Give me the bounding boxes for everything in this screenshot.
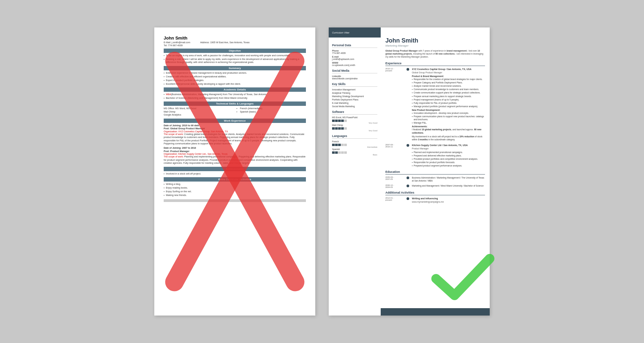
- skill-item-1: Innovation Management: [332, 88, 377, 91]
- email-label: E-mail: [332, 56, 377, 58]
- linkedin-label: LinkedIn: [332, 75, 377, 77]
- left-acad-2: Bachelor of Science (Marketing and Manag…: [164, 96, 306, 99]
- lang-french: French: [332, 140, 377, 143]
- edu-1-content: Business Administration / Marketing Mana…: [412, 176, 485, 182]
- left-work-2-joining: Date of Joining: 2007 to 2010: [164, 146, 306, 149]
- left-technical-header: Technical Skills & Languages: [164, 101, 306, 106]
- bar-block-empty: [344, 120, 347, 122]
- exp-2-b5: Prepared product segment performance ana…: [412, 164, 485, 167]
- skill-item-4: Portfolio Deployment Plans: [332, 98, 377, 101]
- bar-block-empty: [338, 151, 341, 154]
- exp-1-role: Global Group Product Manager: [412, 71, 485, 74]
- add-1-detail: www.mymarketingcampaigns.me: [412, 200, 485, 203]
- bar-block: [332, 151, 335, 154]
- left-ach-1: Involved in a stock sell-off project.: [164, 172, 306, 175]
- exp-1-subsec3: Achievements:: [412, 125, 485, 128]
- exp-1-dates: 2010-12 -present: [385, 68, 404, 142]
- bar-block: [338, 127, 341, 130]
- right-resume-container: Curriculum Vitae Personal Data Phone 774…: [329, 27, 490, 316]
- exp-1-content: XYZ Cosmetics Capital Group / San Antoni…: [412, 68, 485, 142]
- bar-block-empty: [344, 144, 347, 146]
- left-skills-cols: MS Office: MS Word, MS Excel Mail Chimp …: [164, 107, 306, 116]
- left-work-2-scope: Planning and implementing promotional ca…: [164, 155, 306, 164]
- sidebar-content: Personal Data Phone 774-987-4009 E-mail …: [329, 38, 381, 159]
- exp-1-subsec2: New Product Development:: [412, 109, 485, 112]
- exp-entry-1: 2010-12 -present XYZ Cosmetics Capital G…: [385, 68, 485, 142]
- left-sum-1: Extensive experience in brand management…: [164, 71, 306, 74]
- left-work-header: Work Experience: [164, 119, 306, 123]
- left-extra-4: Making new friends.: [164, 194, 306, 197]
- software-mc: Mail Chimp: [332, 124, 377, 126]
- email-value: j.smith@uptowork.com: [332, 58, 377, 60]
- skill-2: Mail Chimp: [164, 110, 233, 113]
- add-1-title: Writing and Influencing: [412, 197, 485, 200]
- skill-1: MS Office: MS Word, MS Excel: [164, 107, 233, 110]
- left-work-1-joining: Date of Joining: 2010 to till date: [164, 124, 306, 127]
- left-summary-header: Summary: [164, 66, 306, 70]
- left-work-entry-1: Date of Joining: 2010 to till date Post:…: [164, 124, 306, 145]
- left-work-2-scope-label: The scope of work:: [164, 155, 184, 158]
- left-work-1-org: Organization: XYZ Cosmetics Capital Grou…: [164, 130, 306, 133]
- bar-block: [338, 144, 341, 146]
- skill-5: • Spanish (basic): [236, 110, 306, 113]
- footer-dark-bar: [381, 308, 490, 316]
- exp-1-b6: Prepare annual marketing plans to suppor…: [412, 95, 485, 98]
- exp-2-role: Product Manager: [412, 147, 485, 150]
- social-media-title: Social Media: [332, 69, 377, 73]
- additional-header: Additional Activities: [385, 191, 485, 195]
- sidebar-top-bar: Curriculum Vitae: [329, 27, 381, 38]
- exp-1-b5: Create communication support plans for s…: [412, 91, 485, 94]
- edu-1-dates: 2005-09 -2007-05: [385, 176, 404, 182]
- left-work-1-scope: Creating global brand strategies for maj…: [164, 133, 304, 145]
- exp-1-b9: Manage product portfolio (product segmen…: [412, 105, 485, 108]
- add-1-content: Writing and Influencing www.mymarketingc…: [412, 197, 485, 203]
- skill-item-6: Social Media Marketing: [332, 105, 377, 108]
- exp-2-content: Kitchen Supply Center Ltd / San Antonio,…: [412, 144, 485, 167]
- left-address: Address: 1905 W East Ave, San Antonio, T…: [200, 41, 250, 44]
- edu-2-content: Marketing and Management / West Miami Un…: [412, 184, 485, 188]
- left-resume-container: John Smith E-Mail: j.smith@mail.com Addr…: [154, 27, 315, 316]
- exp-2-b4: Responsible for product portfolio foreca…: [412, 161, 485, 164]
- french-bar: [332, 144, 377, 146]
- left-sum-3: Expert in product portfolio strategies.: [164, 79, 306, 82]
- right-resume-name: John Smith: [385, 38, 485, 44]
- exp-1-npd3: Manage P&L.: [412, 121, 485, 124]
- software-mc-bar: [332, 127, 377, 130]
- left-resume-contact: E-Mail: j.smith@mail.com Address: 1905 W…: [164, 41, 306, 44]
- edu-1-dot: [407, 177, 409, 179]
- linkedin-value: www.linkedin.com/johnbtw: [332, 77, 377, 80]
- left-sum-4: Excellent interpersonal skills quickly d…: [164, 82, 306, 85]
- right-resume-intro: Global Group Product Manager with 7 year…: [385, 49, 485, 58]
- exp-2-dates: 2007-09 -2010-11: [385, 144, 404, 167]
- left-work-2-org: Organization: Kitchen Supply Center Ltd.…: [164, 153, 306, 155]
- skill-item-2: Analytical Thinking: [332, 92, 377, 94]
- spanish-bar: [332, 151, 377, 154]
- lang-spanish: Spanish: [332, 148, 377, 150]
- left-work-entry-2: Date of Joining: 2007 to 2010 Post: Prod…: [164, 146, 306, 164]
- key-skills-title: Key Skills: [332, 82, 377, 87]
- exp-1-company: XYZ Cosmetics Capital Group / San Antoni…: [412, 68, 485, 71]
- left-skills-col2: • French (intermediate) • Spanish (basic…: [236, 107, 306, 116]
- exp-1-b8: Fully responsible for P&L of product por…: [412, 101, 485, 105]
- left-obj-1: To be an expert in my area of work, with…: [164, 54, 306, 57]
- exp-1-b7: Project management (teams of up to 5 peo…: [412, 98, 485, 101]
- bar-block-empty: [344, 151, 347, 154]
- bar-block: [338, 120, 341, 122]
- personal-data-title: Personal Data: [332, 44, 377, 48]
- left-tel: Tel: 774-987-4009: [164, 44, 306, 47]
- bar-block: [335, 151, 338, 154]
- spanish-level: Basic: [332, 154, 377, 156]
- phone-label: Phone: [332, 50, 377, 52]
- left-academic-header: Academic Details: [164, 87, 306, 92]
- left-resume-name: John Smith: [164, 36, 306, 41]
- left-work-1-scope-label: The scope of work:: [164, 133, 184, 135]
- right-resume-sidebar: Curriculum Vitae Personal Data Phone 774…: [329, 27, 381, 316]
- bar-block: [335, 144, 338, 146]
- exp-2-b3: Provided product portfolios and competit…: [412, 157, 485, 160]
- additional-entry-1: 2012-01 -present Writing and Influencing…: [385, 197, 485, 203]
- exp-1-dot: [407, 68, 409, 71]
- software-mc-level: Very Good: [332, 130, 377, 132]
- add-1-dot: [407, 197, 409, 200]
- phone-value: 774-987-4009: [332, 52, 377, 54]
- bar-block-empty: [341, 151, 344, 154]
